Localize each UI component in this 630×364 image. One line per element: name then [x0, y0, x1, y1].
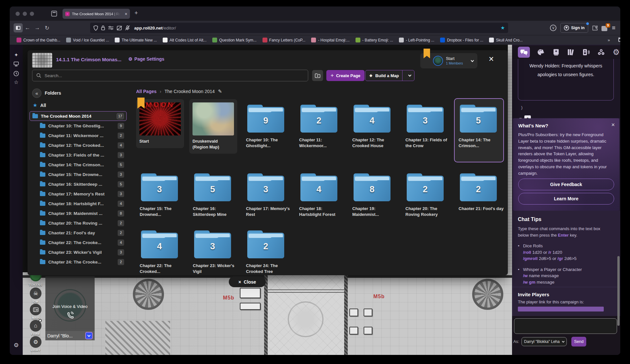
edit-pencil-icon[interactable]: ✎	[218, 88, 222, 94]
new-tab-button[interactable]: +	[134, 10, 138, 17]
settings-gear-icon[interactable]: ⚙	[10, 342, 23, 349]
folder-tree-item[interactable]: Chapter 17: Memory's Rest 3	[29, 189, 127, 199]
sidebar-scrollbar-thumb[interactable]	[617, 256, 620, 326]
bookmark-item[interactable]: Crown of the Oathb...	[14, 37, 63, 43]
whats-new-close-icon[interactable]: ×	[611, 122, 615, 128]
send-button[interactable]: Send	[571, 337, 586, 346]
tab-journal[interactable]	[552, 47, 560, 58]
create-page-button[interactable]: + Create Page	[326, 70, 365, 81]
sidebar-toggle-button[interactable]	[14, 23, 23, 32]
gm-layer-button[interactable]: ☠	[30, 288, 41, 299]
sign-in-button[interactable]: Sign in	[560, 23, 588, 33]
page-tile[interactable]: Chapter 10: The Ghostlight... 9 Chapter …	[241, 98, 295, 167]
page-tile[interactable]: Chapter 18: Hartsblight Forest 4 Chapter…	[295, 167, 348, 224]
breadcrumb-all-pages[interactable]: All Pages	[136, 89, 157, 94]
menu-hamburger-icon[interactable]: ≡	[612, 24, 615, 31]
tab-chat[interactable]	[518, 47, 530, 58]
folder-tree-item[interactable]: Chapter 15: The Drowne... 3	[29, 170, 127, 179]
page-settings-button[interactable]: ⚙ Page Settings	[128, 56, 164, 62]
bookmark-item[interactable]: Alt Codes List of Alt...	[160, 37, 209, 43]
window-control-zoom[interactable]	[30, 12, 34, 16]
tab-art-library[interactable]	[537, 47, 545, 58]
search-field[interactable]	[32, 70, 308, 81]
collapse-folders-button[interactable]: «	[32, 88, 41, 98]
bookmark-item[interactable]: Question Mark Sym...	[210, 37, 259, 43]
clock-icon[interactable]	[13, 71, 19, 76]
page-tile[interactable]: Chapter 11: Wickermoor... 2 Chapter 11: …	[295, 98, 348, 167]
bookmark-item[interactable]: - Left-Pointing ...	[397, 37, 437, 43]
players-location-pill[interactable]: Start 1 Members	[420, 53, 477, 68]
tab-compendium[interactable]	[567, 47, 575, 58]
folder-tree-item[interactable]: Chaoter 21: Fool's day 2	[29, 228, 127, 238]
page-tile[interactable]: MOON Start Start	[135, 98, 188, 167]
folder-tree-item[interactable]: Chapter 14: The Crimson... 5	[29, 160, 127, 170]
gm-screen-icon[interactable]	[13, 62, 19, 67]
bookmark-item[interactable]: - Battery Emoji: ...	[353, 37, 395, 43]
favorites-star-icon[interactable]: ☆	[10, 79, 23, 85]
firefox-view-icon[interactable]	[51, 11, 57, 17]
chevron-down-icon[interactable]	[471, 59, 474, 62]
page-tile[interactable]: Chapter 17: Memory's Rest 3 Chapter 17: …	[241, 167, 295, 224]
url-bar[interactable]: app.roll20.net/editor/ ★	[90, 23, 508, 33]
tab-close-icon[interactable]: ×	[125, 11, 127, 17]
add-folder-button[interactable]	[312, 70, 323, 81]
foreground-layer-button[interactable]: ⌂	[30, 320, 41, 332]
folder-tree-item[interactable]: Chapter 13: Fields of the ... 3	[29, 150, 127, 160]
back-button[interactable]: ←	[23, 25, 32, 31]
video-settings-button[interactable]	[85, 332, 93, 339]
permissions-sliders-icon[interactable]	[108, 26, 114, 30]
give-feedback-button[interactable]: Give Feedback	[518, 179, 614, 190]
folder-tree-item[interactable]: Chapter 16: Skitterdeep ... 5	[29, 179, 127, 189]
folder-tree-item[interactable]: Chapter 11: Wickermoor ... 2	[29, 131, 127, 140]
all-pages-filter[interactable]: ★ All	[33, 102, 46, 108]
tab-jukebox[interactable]	[582, 47, 590, 58]
search-input[interactable]	[45, 73, 304, 78]
learn-more-button[interactable]: Learn More	[518, 193, 614, 205]
dialog-close-button[interactable]: ×	[489, 54, 494, 64]
folder-tree-item[interactable]: The Crooked Moon 2014 17	[29, 111, 127, 121]
chat-log[interactable]: Wendy Holden: Frequently whispers apolog…	[512, 59, 620, 118]
folder-tree-item[interactable]: Chapter 10: The Ghostlig... 9	[29, 121, 127, 131]
page-tile[interactable]: Chapter 23: Wicker's Vigil 3 Chapter 23:…	[188, 224, 241, 281]
page-tile[interactable]: Chapter 22: The Crooked... 4 Chapter 22:…	[135, 224, 188, 281]
lock-icon[interactable]	[101, 25, 105, 30]
pocket-icon[interactable]: ∨	[550, 25, 556, 31]
page-tile[interactable]: Chapter 19: Maidenmist... 8 Chapter 19: …	[348, 167, 401, 224]
bookmark-item[interactable]: - Hospital Emoji:...	[309, 37, 352, 43]
bookmark-star-icon[interactable]: ★	[501, 25, 505, 31]
page-tile[interactable]: Chapter 12: The Crooked House 4 Chapter …	[348, 98, 401, 167]
shield-icon[interactable]	[93, 25, 98, 31]
folder-tree-item[interactable]: Chapter 22: The Crooke... 4	[29, 238, 127, 247]
page-tile[interactable]: Chapter 24: The Crooked Tree 2 Chapter 2…	[241, 224, 295, 281]
folder-tree-item[interactable]: Chapter 24: The Crooke... 2	[29, 257, 127, 267]
bookmark-item[interactable]: Fancy Letters (CoP...	[260, 37, 308, 43]
extensions-icon[interactable]	[592, 25, 598, 31]
map-layer-button[interactable]	[30, 304, 41, 315]
reload-button[interactable]: ↻	[42, 25, 52, 31]
bookmark-item[interactable]: The Ultimate New ...	[112, 37, 159, 43]
video-chat-panel[interactable]: Join Voice & Video Darryl "Blo...	[45, 276, 95, 340]
speak-as-select[interactable]: Darryl "Blokka" Leha	[521, 337, 567, 346]
page-tile[interactable]: Chapter 20: The Roving Rookery 2 Chapter…	[401, 167, 454, 224]
page-tile[interactable]: Druskenvald (Region Map) Druskenvald (Re…	[188, 98, 241, 167]
images-blocked-icon[interactable]	[117, 26, 122, 30]
page-tile[interactable]: Chapter 14: The Crimson... 5 Chapter 14:…	[454, 98, 507, 167]
chat-input[interactable]	[514, 318, 617, 334]
folder-tree-item[interactable]: Chapter 19: Maidenmist ... 8	[29, 208, 127, 218]
page-tile[interactable]: Chapter 13: Fields of the Crow 3 Chapter…	[401, 98, 454, 167]
forward-button[interactable]: →	[32, 25, 42, 31]
page-tile[interactable]: Chaoter 21: Fool's day 2 Chaoter 21: Foo…	[454, 167, 507, 224]
folder-tree-item[interactable]: Chapter 20: The Roving ... 2	[29, 218, 127, 228]
build-a-map-dropdown[interactable]	[405, 75, 414, 76]
build-a-map-button[interactable]: Build a Map	[365, 70, 414, 81]
microphone-muted-icon[interactable]	[125, 25, 130, 30]
bookmarks-overflow-icon[interactable]: »	[608, 38, 610, 42]
window-control-minimize[interactable]	[23, 12, 27, 16]
sparkle-icon[interactable]: ✦	[10, 52, 23, 58]
page-thumbnail[interactable]	[32, 53, 52, 68]
folder-tree-item[interactable]: Chapter 18: Hartsblight F... 4	[29, 199, 127, 208]
folder-tree-item[interactable]: Chapter 12: The Crooked... 4	[29, 140, 127, 150]
page-tile[interactable]: Chapter 15: The Drowned... 3 Chapter 15:…	[135, 167, 188, 224]
tab-settings[interactable]: ⚙	[612, 47, 620, 58]
bookmark-item[interactable]: Void / Ice Gauntlet ...	[64, 37, 111, 43]
